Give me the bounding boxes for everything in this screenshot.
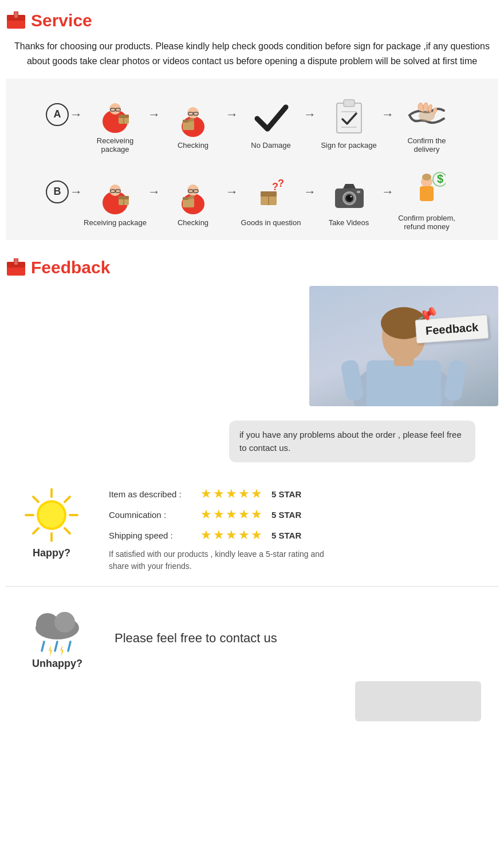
divider bbox=[6, 586, 498, 587]
service-heading: Service bbox=[31, 11, 92, 30]
svg-line-87 bbox=[68, 642, 70, 651]
flow-b-badge: B bbox=[46, 180, 69, 203]
flow-b-icon-1 bbox=[172, 173, 215, 216]
contact-us-col: Please feel free to contact us bbox=[115, 631, 498, 646]
feedback-heading: Feedback bbox=[31, 258, 110, 277]
flow-b-icon-4: $ bbox=[405, 168, 448, 211]
flow-a-label-3: Sign for package bbox=[321, 141, 377, 150]
contact-us-text: Please feel free to contact us bbox=[115, 631, 277, 645]
stars-1: ★ ★ ★ ★ ★ bbox=[200, 507, 262, 522]
svg-marker-89 bbox=[60, 645, 64, 657]
flow-b-icon-3 bbox=[328, 173, 371, 216]
svg-line-85 bbox=[42, 642, 44, 651]
svg-line-76 bbox=[33, 497, 38, 502]
flow-a-arrow-1: → bbox=[148, 107, 160, 122]
flow-b-label-1: Checking bbox=[178, 218, 208, 227]
flow-a-label-0: Receiveing package bbox=[84, 136, 147, 154]
svg-rect-70 bbox=[340, 359, 364, 402]
flow-a-arrow-3: → bbox=[304, 107, 316, 122]
flow-b-label-4: Confirm problem, refund money bbox=[395, 214, 458, 231]
stars-2: ★ ★ ★ ★ ★ bbox=[200, 528, 262, 543]
svg-rect-22 bbox=[337, 103, 361, 133]
feedback-icon bbox=[6, 257, 26, 278]
flow-a-icon-3 bbox=[328, 96, 371, 139]
star-0-2: ★ bbox=[226, 486, 237, 501]
feedback-happy-section: Happy? Item as described : ★ ★ ★ ★ ★ 5 S… bbox=[6, 481, 498, 578]
feedback-bg-photo: Feedback 📌 bbox=[309, 286, 498, 406]
flow-a-icon-1 bbox=[172, 96, 215, 139]
svg-point-57 bbox=[422, 174, 431, 180]
service-description: Thanks for choosing our products. Please… bbox=[6, 39, 498, 68]
svg-line-77 bbox=[65, 528, 70, 533]
svg-rect-20 bbox=[183, 120, 188, 123]
svg-point-81 bbox=[39, 502, 64, 528]
flow-b-label-2: Goods in question bbox=[241, 218, 301, 227]
rating-label-0: Item as described : bbox=[109, 489, 195, 499]
star-count-1: 5 STAR bbox=[271, 510, 301, 520]
rating-label-2: Shipping speed : bbox=[109, 531, 195, 540]
svg-rect-3 bbox=[14, 12, 18, 18]
bottom-panel bbox=[355, 681, 481, 721]
stars-0: ★ ★ ★ ★ ★ bbox=[200, 486, 262, 501]
contact-text: if you have any problems about the order… bbox=[239, 430, 462, 453]
ratings-column: Item as described : ★ ★ ★ ★ ★ 5 STAR Cou… bbox=[109, 486, 498, 572]
star-1-4: ★ bbox=[251, 507, 262, 522]
star-0-1: ★ bbox=[213, 486, 225, 501]
svg-rect-64 bbox=[14, 259, 18, 265]
star-0-0: ★ bbox=[200, 486, 212, 501]
feedback-photo-area: Feedback 📌 bbox=[6, 286, 498, 409]
rating-label-1: Coumnication : bbox=[109, 510, 195, 520]
star-1-1: ★ bbox=[213, 507, 225, 522]
star-count-0: 5 STAR bbox=[271, 489, 301, 499]
flow-b-step-2: ? ? Goods in question bbox=[239, 173, 302, 227]
flow-b-arrow-0: → bbox=[70, 184, 82, 199]
satisfied-text: If satisfied with our products , kindly … bbox=[109, 548, 326, 572]
star-2-3: ★ bbox=[238, 528, 250, 543]
happy-column: Happy? bbox=[6, 486, 97, 559]
flow-b-row: B → Receiving package bbox=[8, 163, 496, 233]
flow-b-step-0: Receiving package bbox=[84, 173, 147, 227]
svg-rect-55 bbox=[357, 191, 360, 193]
flow-a-step-0: Receiveing package bbox=[84, 91, 147, 154]
svg-rect-58 bbox=[420, 186, 434, 201]
flow-a-step-1: Checking bbox=[162, 96, 225, 150]
flow-a-row: A → bbox=[8, 85, 496, 156]
flow-a-step-3: Sign for package bbox=[317, 96, 380, 150]
flow-b-step-3: Take Videos bbox=[317, 173, 380, 227]
star-0-4: ★ bbox=[251, 486, 262, 501]
woman-silhouette bbox=[309, 286, 498, 406]
flow-a-icon-2 bbox=[250, 96, 293, 139]
flow-b-arrow-1: → bbox=[148, 184, 160, 199]
svg-text:?: ? bbox=[278, 178, 284, 189]
rating-row-2: Shipping speed : ★ ★ ★ ★ ★ 5 STAR bbox=[109, 528, 498, 543]
flow-b-arrow-2: → bbox=[226, 184, 238, 199]
feedback-unhappy-section: Unhappy? Please feel free to contact us bbox=[6, 595, 498, 676]
flow-container: A → bbox=[6, 78, 498, 240]
svg-line-86 bbox=[55, 642, 57, 651]
flow-a-arrow-0: → bbox=[70, 107, 82, 122]
flow-a-step-4: Confirm the delivery bbox=[395, 91, 458, 154]
flow-a-icon-0 bbox=[94, 91, 137, 134]
star-0-3: ★ bbox=[238, 486, 250, 501]
flow-a-arrow-4: → bbox=[381, 107, 394, 122]
star-1-2: ★ bbox=[226, 507, 237, 522]
flow-b-icon-0 bbox=[94, 173, 137, 216]
svg-rect-23 bbox=[344, 100, 355, 107]
flow-a-icon-4 bbox=[405, 91, 448, 134]
svg-point-26 bbox=[419, 110, 435, 121]
svg-line-78 bbox=[65, 497, 70, 502]
bottom-area bbox=[6, 681, 498, 721]
flow-b-label-3: Take Videos bbox=[329, 218, 369, 227]
sun-icon bbox=[23, 486, 80, 544]
flow-a-label-4: Confirm the delivery bbox=[395, 136, 458, 154]
cloud-icon bbox=[26, 606, 89, 658]
unhappy-column: Unhappy? bbox=[11, 606, 103, 670]
star-2-4: ★ bbox=[251, 528, 262, 543]
flow-b-label-0: Receiving package bbox=[84, 218, 147, 227]
flow-a-label-1: Checking bbox=[178, 141, 208, 150]
contact-bubble-wrap: if you have any problems about the order… bbox=[6, 415, 498, 472]
star-2-2: ★ bbox=[226, 528, 237, 543]
rating-row-0: Item as described : ★ ★ ★ ★ ★ 5 STAR bbox=[109, 486, 498, 501]
rating-row-1: Coumnication : ★ ★ ★ ★ ★ 5 STAR bbox=[109, 507, 498, 522]
feedback-section: Feedback Feedback bbox=[0, 247, 504, 739]
